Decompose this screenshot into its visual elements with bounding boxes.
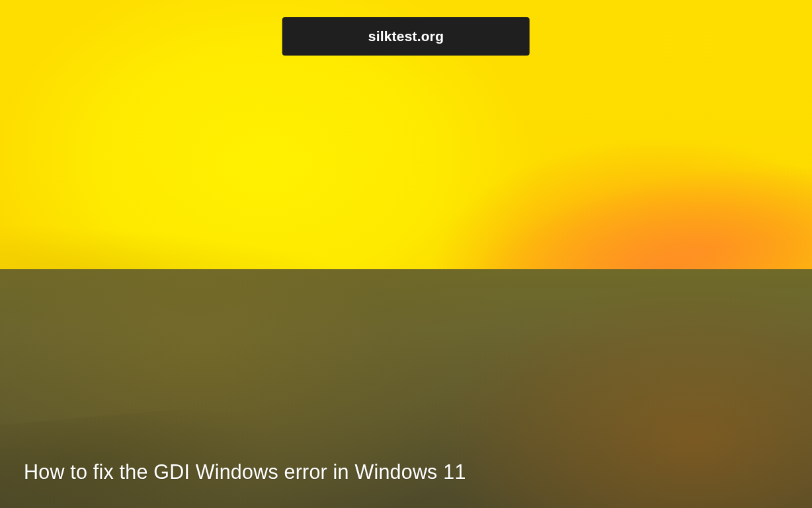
article-headline: How to fix the GDI Windows error in Wind…: [24, 458, 786, 486]
site-brand-pill[interactable]: silktest.org: [282, 17, 530, 56]
lower-banner: How to fix the GDI Windows error in Wind…: [0, 269, 812, 508]
hero-banner: silktest.org: [0, 0, 812, 269]
page-root: silktest.org How to fix the GDI Windows …: [0, 0, 812, 508]
